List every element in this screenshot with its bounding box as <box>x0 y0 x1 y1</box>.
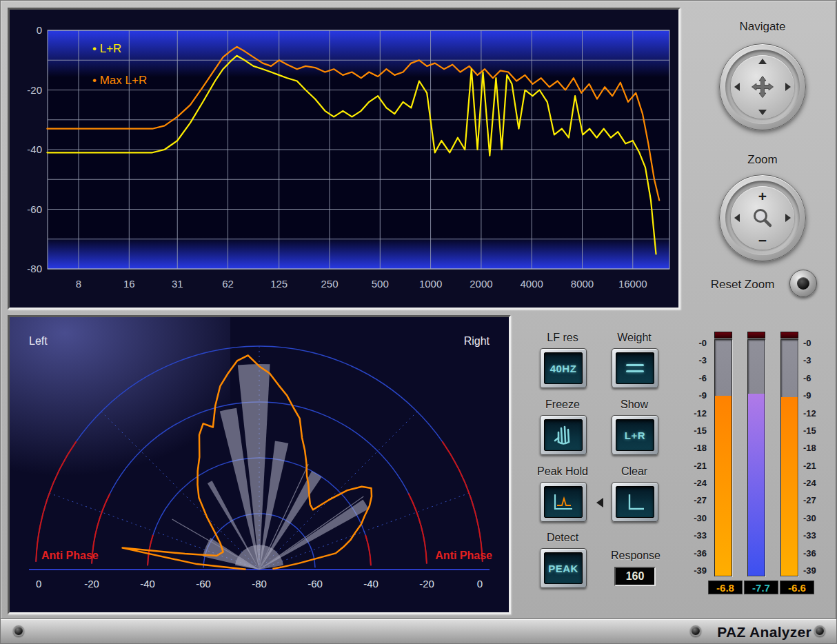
lf-res-value: 40HZ <box>550 363 577 374</box>
x-axis-tick: 2000 <box>470 278 492 290</box>
x-axis-tick: 62 <box>222 278 234 290</box>
meter-scale-tick: -3 <box>803 355 811 366</box>
x-axis-tick: 16 <box>123 278 135 290</box>
navigate-pad[interactable] <box>719 43 806 130</box>
meter-scale-tick: -39 <box>803 565 816 576</box>
y-axis-tick: -40 <box>27 143 42 155</box>
meter-scale-tick: -27 <box>694 495 707 506</box>
navigate-label: Navigate <box>718 20 807 34</box>
clip-indicator-right[interactable] <box>780 332 798 339</box>
meter-scale-tick: -33 <box>803 530 816 541</box>
reset-zoom-button[interactable] <box>789 270 817 297</box>
peak-hold-button[interactable] <box>540 482 587 522</box>
x-axis-tick: 500 <box>372 278 389 290</box>
meter-right <box>780 339 798 576</box>
clear-label: Clear <box>593 465 676 478</box>
stereo-position-display[interactable]: LeftRightAnti PhaseAnti Phase0-20-40-60-… <box>8 315 511 614</box>
meter-left <box>714 339 732 576</box>
navigate-right-icon[interactable] <box>785 83 791 91</box>
reset-zoom-label: Reset Zoom <box>703 278 783 292</box>
spectrum-chart: 0-20-40-60-80816316212525050010002000400… <box>10 10 678 308</box>
meter-scale-tick: -18 <box>803 443 816 454</box>
weight-icon <box>626 364 644 372</box>
spectrum-display[interactable]: 0-20-40-60-80816316212525050010002000400… <box>8 8 680 310</box>
x-axis-tick: 8000 <box>571 278 594 290</box>
meter-scale-tick: -6 <box>803 373 811 384</box>
polar-axis-tick: 0 <box>477 578 483 590</box>
round-knob-icon-right[interactable] <box>814 625 825 636</box>
plugin-title: PAZ Analyzer <box>717 624 811 641</box>
magnifier-icon[interactable] <box>751 206 774 230</box>
meter-right-readout[interactable]: -6.6 <box>780 581 814 594</box>
freeze-button[interactable] <box>540 415 587 455</box>
paz-analyzer-window: 0-20-40-60-80816316212525050010002000400… <box>0 0 837 644</box>
freeze-label: Freeze <box>521 399 604 411</box>
meter-scale-tick: -36 <box>694 548 707 559</box>
reset-zoom-button-face <box>797 277 809 290</box>
zoom-right-icon[interactable] <box>785 214 791 222</box>
lf-res-button[interactable]: 40HZ <box>540 348 587 388</box>
round-knob-icon-left[interactable] <box>13 625 24 636</box>
x-axis-tick: 1000 <box>419 278 442 290</box>
detect-label: Detect <box>521 532 604 544</box>
zoom-in-icon[interactable]: + <box>758 189 767 203</box>
meter-mid-fill <box>748 394 765 576</box>
x-axis-tick: 8 <box>76 278 81 290</box>
zoom-left-icon[interactable] <box>734 214 740 222</box>
meter-scale-tick: -21 <box>803 461 816 472</box>
clip-indicator-left[interactable] <box>714 332 732 339</box>
legend-item: • L+R <box>92 42 121 55</box>
zoom-label: Zoom <box>718 153 807 167</box>
meter-scale-tick: -36 <box>803 548 816 559</box>
clear-icon <box>623 492 647 512</box>
detect-value: PEAK <box>548 563 578 574</box>
meter-scale-tick: -18 <box>694 443 707 454</box>
link-arrow-icon[interactable] <box>596 498 603 507</box>
freeze-hand-icon <box>553 424 574 446</box>
meter-scale-tick: -9 <box>698 390 707 401</box>
meter-scale-tick: -24 <box>694 478 707 489</box>
antiphase-label-right: Anti Phase <box>435 550 492 561</box>
navigate-pad-face <box>731 55 794 119</box>
zoom-out-icon[interactable]: − <box>758 233 767 248</box>
show-label: Show <box>593 399 676 411</box>
y-axis-tick: 0 <box>37 24 42 36</box>
navigate-cross-icon[interactable] <box>750 74 775 99</box>
navigate-pad-ring <box>725 50 800 124</box>
meter-mid-readout[interactable]: -7.7 <box>744 581 778 594</box>
zoom-pad-ring: + − <box>725 181 800 255</box>
meter-scale-tick: -9 <box>803 390 811 401</box>
meter-scale-tick: -15 <box>803 425 816 436</box>
meter-scale-tick: -15 <box>694 425 707 436</box>
meter-scale-tick: -27 <box>803 495 816 506</box>
response-display[interactable]: 160 <box>614 567 656 586</box>
meter-right-fill <box>781 397 798 576</box>
polar-axis-tick: -40 <box>140 578 155 590</box>
meter-mid <box>747 339 765 576</box>
meter-scale-tick: -39 <box>694 565 707 576</box>
clear-button[interactable] <box>612 482 658 522</box>
navigate-down-icon[interactable] <box>758 110 767 115</box>
clip-indicator-mid[interactable] <box>747 332 765 339</box>
meter-scale-tick: -3 <box>698 355 707 366</box>
navigate-left-icon[interactable] <box>734 83 740 91</box>
left-label: Left <box>29 335 48 347</box>
peak-hold-label: Peak Hold <box>521 465 604 478</box>
meter-scale-tick: -30 <box>694 513 707 524</box>
zoom-pad[interactable]: + − <box>719 174 806 261</box>
meter-scale-left: -0-3-6-9-12-15-18-21-24-27-30-33-36-39 <box>680 338 707 576</box>
stereo-position-chart: LeftRightAnti PhaseAnti Phase0-20-40-60-… <box>10 317 509 612</box>
weight-button[interactable] <box>612 348 658 388</box>
detect-button[interactable]: PEAK <box>540 548 587 588</box>
round-knob-icon-title[interactable] <box>690 625 701 636</box>
meter-left-readout[interactable]: -6.8 <box>708 581 743 594</box>
polar-axis-tick: 0 <box>36 578 41 590</box>
peak-hold-icon <box>551 492 576 512</box>
meter-left-fill <box>715 396 732 576</box>
weight-label: Weight <box>593 332 676 344</box>
show-button[interactable]: L+R <box>612 415 658 455</box>
antiphase-label-left: Anti Phase <box>41 550 99 561</box>
x-axis-tick: 31 <box>172 278 183 290</box>
polar-axis-tick: -20 <box>419 578 434 590</box>
navigate-up-icon[interactable] <box>758 59 767 64</box>
